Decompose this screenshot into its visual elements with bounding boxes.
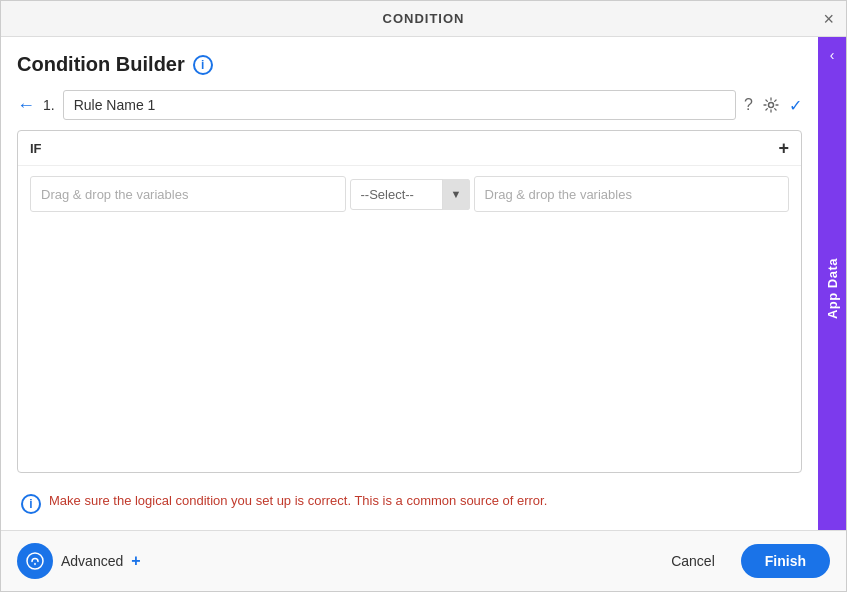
bottom-actions: Cancel Finish <box>655 544 830 578</box>
advanced-label: Advanced <box>61 553 123 569</box>
add-condition-button[interactable]: + <box>778 139 789 157</box>
sidebar-chevron-icon: ‹ <box>830 47 835 63</box>
condition-box-header: IF + <box>18 131 801 166</box>
drag-drop-left[interactable]: Drag & drop the variables <box>30 176 346 212</box>
close-button[interactable]: × <box>823 10 834 28</box>
svg-point-0 <box>769 103 774 108</box>
help-button[interactable]: ? <box>744 96 753 114</box>
info-icon[interactable]: i <box>193 55 213 75</box>
advanced-plus-button[interactable]: + <box>131 552 140 570</box>
right-sidebar[interactable]: ‹ App Data <box>818 37 846 530</box>
warning-text: Make sure the logical condition you set … <box>49 493 547 508</box>
app-data-label: App Data <box>825 258 840 319</box>
condition-box: IF + Drag & drop the variables --Select-… <box>17 130 802 473</box>
modal-container: CONDITION × Condition Builder i ← 1. ? <box>0 0 847 592</box>
back-button[interactable]: ← <box>17 95 35 116</box>
finish-button[interactable]: Finish <box>741 544 830 578</box>
panel-header: Condition Builder i <box>17 53 802 76</box>
check-button[interactable]: ✓ <box>789 96 802 115</box>
if-label: IF <box>30 141 42 156</box>
panel-title: Condition Builder <box>17 53 185 76</box>
rule-row: ← 1. ? ✓ <box>17 90 802 120</box>
svg-point-1 <box>27 553 43 569</box>
condition-select[interactable]: --Select-- equals not equals greater tha… <box>350 179 470 210</box>
warning-row: i Make sure the logical condition you se… <box>17 485 802 522</box>
main-content: Condition Builder i ← 1. ? ✓ <box>1 37 846 530</box>
condition-box-body: Drag & drop the variables --Select-- equ… <box>18 166 801 472</box>
warning-info-icon: i <box>21 494 41 514</box>
bottom-bar: Advanced + Cancel Finish <box>1 530 846 591</box>
advanced-section: Advanced + <box>17 543 141 579</box>
rule-number: 1. <box>43 97 55 113</box>
settings-button[interactable] <box>763 97 779 113</box>
settings-icon <box>763 97 779 113</box>
advanced-symbol-icon <box>25 551 45 571</box>
rule-actions: ? ✓ <box>744 96 802 115</box>
title-bar: CONDITION × <box>1 1 846 37</box>
cancel-button[interactable]: Cancel <box>655 545 731 577</box>
condition-row: Drag & drop the variables --Select-- equ… <box>18 166 801 222</box>
drag-drop-right[interactable]: Drag & drop the variables <box>474 176 790 212</box>
center-panel: Condition Builder i ← 1. ? ✓ <box>1 37 818 530</box>
rule-name-input[interactable] <box>63 90 736 120</box>
select-wrapper: --Select-- equals not equals greater tha… <box>350 179 470 210</box>
advanced-icon <box>17 543 53 579</box>
modal-title: CONDITION <box>383 11 465 26</box>
